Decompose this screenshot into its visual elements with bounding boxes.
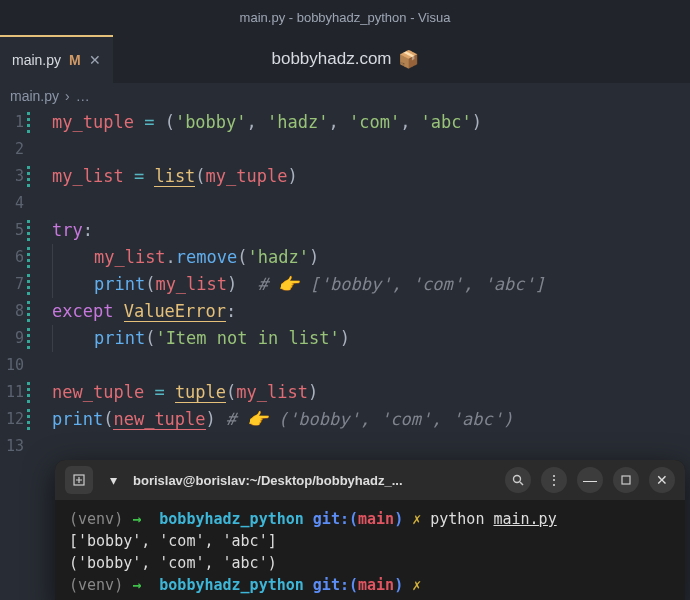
code-line — [52, 190, 690, 217]
svg-line-4 — [520, 482, 523, 485]
watermark-text: bobbyhadz.com — [271, 49, 391, 69]
line-number: 8 — [0, 298, 24, 325]
line-number: 12 — [0, 406, 24, 433]
code-line — [52, 352, 690, 379]
code-editor[interactable]: 1 2 3 4 5 6 7 8 9 10 11 12 13 my_tuple =… — [0, 109, 690, 460]
watermark: bobbyhadz.com 📦 — [271, 49, 418, 70]
line-number: 3 — [0, 163, 24, 190]
line-number: 1 — [0, 109, 24, 136]
line-number: 10 — [0, 352, 24, 379]
tab-bar: main.py M ✕ bobbyhadz.com 📦 — [0, 35, 690, 83]
code-line: print(new_tuple) # 👉️ ('bobby', 'com', '… — [52, 406, 690, 433]
terminal-output[interactable]: (venv) → bobbyhadz_python git:(main) ✗ p… — [55, 500, 685, 600]
code-line: except ValueError: — [52, 298, 690, 325]
tab-modified-badge: M — [69, 52, 81, 68]
minimize-icon[interactable]: — — [577, 467, 603, 493]
breadcrumb[interactable]: main.py › … — [0, 83, 690, 109]
window-titlebar: main.py - bobbyhadz_python - Visua — [0, 0, 690, 35]
line-number: 4 — [0, 190, 24, 217]
code-line — [52, 433, 690, 460]
line-number: 11 — [0, 379, 24, 406]
code-line: my_tuple = ('bobby', 'hadz', 'com', 'abc… — [52, 109, 690, 136]
menu-icon[interactable]: ⋮ — [541, 467, 567, 493]
new-tab-button[interactable] — [65, 466, 93, 494]
line-number: 7 — [0, 271, 24, 298]
chevron-right-icon: › — [65, 88, 70, 104]
svg-point-3 — [513, 475, 520, 482]
code-line — [52, 136, 690, 163]
code-line: print(my_list) # 👉️ ['bobby', 'com', 'ab… — [52, 271, 690, 298]
tab-filename: main.py — [12, 52, 61, 68]
breadcrumb-file: main.py — [10, 88, 59, 104]
line-number: 2 — [0, 136, 24, 163]
terminal-title: borislav@borislav:~/Desktop/bobbyhadz_..… — [133, 473, 495, 488]
svg-rect-5 — [622, 476, 630, 484]
line-number: 5 — [0, 217, 24, 244]
search-icon[interactable] — [505, 467, 531, 493]
line-number: 13 — [0, 433, 24, 460]
terminal-line: ('bobby', 'com', 'abc') — [69, 552, 671, 574]
code-line: my_list.remove('hadz') — [52, 244, 690, 271]
code-content[interactable]: my_tuple = ('bobby', 'hadz', 'com', 'abc… — [34, 109, 690, 460]
terminal-line: (venv) → bobbyhadz_python git:(main) ✗ p… — [69, 508, 671, 530]
code-line: my_list = list(my_tuple) — [52, 163, 690, 190]
terminal-titlebar[interactable]: ▾ borislav@borislav:~/Desktop/bobbyhadz_… — [55, 460, 685, 500]
tab-main-py[interactable]: main.py M ✕ — [0, 35, 113, 83]
line-number: 9 — [0, 325, 24, 352]
breadcrumb-ellipsis: … — [76, 88, 90, 104]
chevron-down-icon[interactable]: ▾ — [103, 466, 123, 494]
maximize-icon[interactable] — [613, 467, 639, 493]
code-line: try: — [52, 217, 690, 244]
close-icon[interactable]: ✕ — [89, 52, 101, 68]
line-gutter: 1 2 3 4 5 6 7 8 9 10 11 12 13 — [0, 109, 34, 460]
terminal-line: ['bobby', 'com', 'abc'] — [69, 530, 671, 552]
close-icon[interactable]: ✕ — [649, 467, 675, 493]
terminal-window: ▾ borislav@borislav:~/Desktop/bobbyhadz_… — [55, 460, 685, 600]
package-icon: 📦 — [398, 49, 419, 70]
terminal-line: (venv) → bobbyhadz_python git:(main) ✗ — [69, 574, 671, 596]
code-line: print('Item not in list') — [52, 325, 690, 352]
code-line: new_tuple = tuple(my_list) — [52, 379, 690, 406]
line-number: 6 — [0, 244, 24, 271]
